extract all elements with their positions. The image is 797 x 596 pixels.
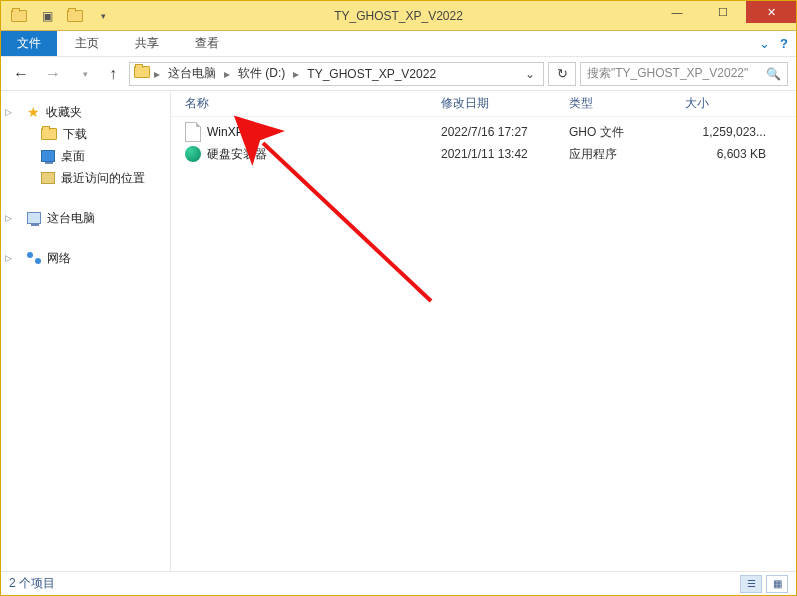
sidebar-favorites[interactable]: ▷ ★ 收藏夹 [1, 101, 170, 123]
search-icon[interactable]: 🔍 [766, 67, 781, 81]
file-date: 2021/1/11 13:42 [441, 147, 569, 161]
folder-icon [41, 128, 57, 140]
expand-icon[interactable]: ▷ [5, 253, 15, 263]
details-view-button[interactable]: ☰ [740, 575, 762, 593]
forward-button[interactable]: → [41, 62, 65, 86]
file-type: GHO 文件 [569, 124, 685, 141]
folder-icon [9, 6, 29, 26]
new-folder-icon[interactable] [65, 6, 85, 26]
address-dropdown-icon[interactable]: ⌄ [521, 67, 539, 81]
tab-view[interactable]: 查看 [177, 31, 237, 56]
column-name[interactable]: 名称 [185, 95, 441, 112]
file-name: 硬盘安装器 [207, 146, 267, 163]
nav-pane: ▷ ★ 收藏夹 下载 桌面 最近访问的位置 ▷ 这台电脑 [1, 91, 171, 571]
recent-icon [41, 172, 55, 184]
back-button[interactable]: ← [9, 62, 33, 86]
network-icon [27, 252, 41, 264]
refresh-button[interactable]: ↻ [548, 62, 576, 86]
breadcrumb-drive[interactable]: 软件 (D:) [234, 65, 289, 82]
tab-share[interactable]: 共享 [117, 31, 177, 56]
file-row[interactable]: WinXP.gho 2022/7/16 17:27 GHO 文件 1,259,0… [171, 121, 796, 143]
breadcrumb-sep-icon[interactable]: ▸ [152, 67, 162, 81]
address-bar[interactable]: ▸ 这台电脑 ▸ 软件 (D:) ▸ TY_GHOST_XP_V2022 ⌄ [129, 62, 544, 86]
desktop-icon [41, 150, 55, 162]
file-row[interactable]: 硬盘安装器 2021/1/11 13:42 应用程序 6,603 KB [171, 143, 796, 165]
file-size: 1,259,023... [685, 125, 796, 139]
sidebar-item-desktop[interactable]: 桌面 [1, 145, 170, 167]
status-bar: 2 个项目 ☰ ▦ [1, 571, 796, 595]
svg-line-0 [263, 143, 431, 301]
file-icon [185, 122, 201, 142]
file-type: 应用程序 [569, 146, 685, 163]
file-tab[interactable]: 文件 [1, 31, 57, 56]
star-icon: ★ [27, 104, 40, 120]
nav-toolbar: ← → ▾ ↑ ▸ 这台电脑 ▸ 软件 (D:) ▸ TY_GHOST_XP_V… [1, 57, 796, 91]
address-folder-icon [134, 66, 150, 81]
breadcrumb-folder[interactable]: TY_GHOST_XP_V2022 [303, 67, 440, 81]
column-size[interactable]: 大小 [685, 95, 796, 112]
expand-ribbon-icon[interactable]: ⌄ [759, 36, 770, 51]
expand-icon[interactable]: ▷ [5, 107, 15, 117]
item-count: 2 个项目 [9, 575, 55, 592]
search-placeholder: 搜索"TY_GHOST_XP_V2022" [587, 65, 748, 82]
sidebar-item-recent[interactable]: 最近访问的位置 [1, 167, 170, 189]
column-date[interactable]: 修改日期 [441, 95, 569, 112]
sidebar-item-downloads[interactable]: 下载 [1, 123, 170, 145]
pc-icon [27, 212, 41, 224]
help-icon[interactable]: ? [780, 36, 788, 51]
breadcrumb-sep-icon[interactable]: ▸ [291, 67, 301, 81]
breadcrumb-sep-icon[interactable]: ▸ [222, 67, 232, 81]
search-input[interactable]: 搜索"TY_GHOST_XP_V2022" 🔍 [580, 62, 788, 86]
recent-locations-dropdown[interactable]: ▾ [73, 62, 97, 86]
qat-dropdown-icon[interactable]: ▾ [93, 6, 113, 26]
expand-icon[interactable]: ▷ [5, 213, 15, 223]
file-date: 2022/7/16 17:27 [441, 125, 569, 139]
tab-home[interactable]: 主页 [57, 31, 117, 56]
maximize-button[interactable]: ☐ [700, 1, 746, 23]
title-bar: ▣ ▾ TY_GHOST_XP_V2022 ― ☐ ✕ [1, 1, 796, 31]
file-name: WinXP.gho [207, 125, 265, 139]
breadcrumb-this-pc[interactable]: 这台电脑 [164, 65, 220, 82]
icons-view-button[interactable]: ▦ [766, 575, 788, 593]
ribbon: 文件 主页 共享 查看 ⌄ ? [1, 31, 796, 57]
column-headers: 名称 修改日期 类型 大小 [171, 91, 796, 117]
file-list: 名称 修改日期 类型 大小 WinXP.gho 2022/7/16 17:27 … [171, 91, 796, 571]
properties-icon[interactable]: ▣ [37, 6, 57, 26]
sidebar-network[interactable]: ▷ 网络 [1, 247, 170, 269]
close-button[interactable]: ✕ [746, 1, 796, 23]
sidebar-this-pc[interactable]: ▷ 这台电脑 [1, 207, 170, 229]
app-icon [185, 146, 201, 162]
column-type[interactable]: 类型 [569, 95, 685, 112]
minimize-button[interactable]: ― [654, 1, 700, 23]
file-size: 6,603 KB [685, 147, 796, 161]
up-button[interactable]: ↑ [101, 62, 125, 86]
sidebar-favorites-label: 收藏夹 [46, 104, 82, 121]
